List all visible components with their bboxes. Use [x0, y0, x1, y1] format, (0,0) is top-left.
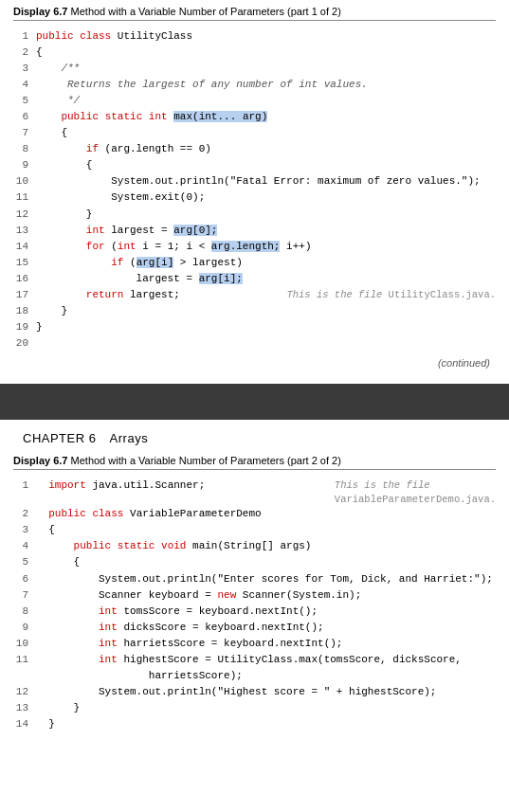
chapter-title: Arrays — [110, 431, 149, 445]
display2-label: Display 6.7 — [13, 455, 67, 466]
p2-code-line-13: 13 } — [13, 700, 496, 716]
code-line-3: 3 /** — [13, 61, 496, 77]
p2-code-5: { — [36, 554, 496, 570]
ln20: 20 — [13, 335, 36, 352]
p2-ln10: 10 — [13, 636, 36, 652]
code-line-20: 20 — [13, 335, 496, 352]
ln17: 17 — [13, 287, 36, 303]
ln7: 7 — [13, 125, 36, 141]
code-17: return largest; — [36, 287, 286, 303]
code-line-8: 8 if (arg.length == 0) — [13, 141, 496, 157]
code-12: } — [36, 207, 496, 223]
ln12: 12 — [13, 207, 36, 223]
p2-code-line-2: 2 public class VariableParameterDemo — [13, 506, 496, 522]
ln2: 2 — [13, 45, 36, 61]
code-block-part1: 1 public class UtilityClass 2 { 3 /** 4 … — [13, 27, 496, 353]
code-line-17: 17 return largest; This is the file Util… — [13, 287, 496, 303]
code-9: { — [36, 157, 496, 173]
p2-code-line-8: 8 int tomsScore = keyboard.nextInt(); — [13, 604, 496, 620]
code-line-7: 7 { — [13, 125, 496, 141]
p2-ln6: 6 — [13, 571, 36, 587]
code-2: { — [36, 45, 496, 61]
code-line-2: 2 { — [13, 45, 496, 61]
code-line-18: 18 } — [13, 303, 496, 319]
ln5: 5 — [13, 93, 36, 109]
p2-code-line-9: 9 int dicksScore = keyboard.nextInt(); — [13, 620, 496, 636]
code-line-10: 10 System.out.println("Fatal Error: maxi… — [13, 173, 496, 189]
p2-code-10: int harrietsScore = keyboard.nextInt(); — [36, 636, 496, 652]
display2-header: Display 6.7 Method with a Variable Numbe… — [13, 455, 496, 470]
ln4: 4 — [13, 77, 36, 93]
p2-code-line-14: 14 } — [13, 716, 496, 732]
code-11: System.exit(0); — [36, 189, 496, 206]
part1-section: Display 6.7 Method with a Variable Numbe… — [0, 0, 509, 370]
code-16: largest = arg[i]; — [36, 271, 496, 287]
p2-code-line-3: 3 { — [13, 522, 496, 538]
ln1: 1 — [13, 28, 36, 45]
code-block-part2: 1 import java.util.Scanner; This is the … — [13, 476, 496, 734]
p2-ln3: 3 — [13, 522, 36, 538]
p2-code-11b: harrietsScore); — [36, 668, 496, 684]
ln16: 16 — [13, 271, 36, 287]
p2-code-line-10: 10 int harrietsScore = keyboard.nextInt(… — [13, 636, 496, 652]
ln15: 15 — [13, 255, 36, 271]
ln18: 18 — [13, 303, 36, 319]
p2-code-14: } — [36, 716, 496, 732]
p2-code-6: System.out.println("Enter scores for Tom… — [36, 571, 496, 587]
p2-code-11: int highestScore = UtilityClass.max(toms… — [36, 652, 496, 668]
p2-code-8: int tomsScore = keyboard.nextInt(); — [36, 604, 496, 620]
p2-code-2: public class VariableParameterDemo — [36, 506, 496, 522]
display2-title: Method with a Variable Number of Paramet… — [71, 455, 341, 466]
p2-code-3: { — [36, 522, 496, 538]
p2-code-line-4: 4 public static void main(String[] args) — [13, 538, 496, 554]
p2-code-line-6: 6 System.out.println("Enter scores for T… — [13, 571, 496, 587]
p2-code-line-11b: harrietsScore); — [13, 668, 496, 684]
code-line-13: 13 int largest = arg[0]; — [13, 223, 496, 239]
code-line-14: 14 for (int i = 1; i < arg.length; i++) — [13, 239, 496, 255]
chapter-label: CHAPTER 6 — [23, 431, 100, 445]
code-line-5: 5 */ — [13, 93, 496, 109]
file-note-part2: This is the fileVariableParameterDemo.ja… — [335, 478, 496, 506]
ln3: 3 — [13, 61, 36, 77]
code-14: for (int i = 1; i < arg.length; i++) — [36, 239, 496, 255]
p2-code-12: System.out.println("Highest score = " + … — [36, 684, 496, 700]
p2-code-line-1: 1 import java.util.Scanner; This is the … — [13, 478, 496, 506]
p2-code-1: import java.util.Scanner; — [36, 478, 318, 494]
dark-divider — [0, 384, 509, 420]
p2-ln2: 2 — [13, 506, 36, 522]
display1-header: Display 6.7 Method with a Variable Numbe… — [13, 6, 496, 21]
code-4: Returns the largest of any number of int… — [36, 77, 496, 93]
code-8: if (arg.length == 0) — [36, 141, 496, 157]
code-line-9: 9 { — [13, 157, 496, 173]
p2-ln13: 13 — [13, 700, 36, 716]
p2-code-4: public static void main(String[] args) — [36, 538, 496, 554]
p2-ln9: 9 — [13, 620, 36, 636]
p2-code-9: int dicksScore = keyboard.nextInt(); — [36, 620, 496, 636]
display1-label: Display 6.7 — [13, 6, 67, 17]
code-10: System.out.println("Fatal Error: maximum… — [36, 173, 496, 189]
ln8: 8 — [13, 141, 36, 157]
part2-section: Display 6.7 Method with a Variable Numbe… — [0, 449, 509, 736]
code-line-15: 15 if (arg[i] > largest) — [13, 255, 496, 271]
p2-code-line-7: 7 Scanner keyboard = new Scanner(System.… — [13, 587, 496, 604]
code-1: public class UtilityClass — [36, 28, 496, 45]
code-18: } — [36, 303, 496, 319]
code-13: int largest = arg[0]; — [36, 223, 496, 239]
code-7: { — [36, 125, 496, 141]
p2-code-7: Scanner keyboard = new Scanner(System.in… — [36, 587, 496, 604]
ln19: 19 — [13, 319, 36, 335]
continued-label: (continued) — [13, 357, 496, 369]
code-line-1: 1 public class UtilityClass — [13, 28, 496, 45]
code-line-12: 12 } — [13, 207, 496, 223]
code-line-6: 6 public static int max(int... arg) — [13, 109, 496, 125]
chapter-header: CHAPTER 6 Arrays — [0, 420, 509, 449]
p2-code-line-12: 12 System.out.println("Highest score = "… — [13, 684, 496, 700]
ln13: 13 — [13, 223, 36, 239]
code-5: */ — [36, 93, 496, 109]
p2-code-line-11: 11 int highestScore = UtilityClass.max(t… — [13, 652, 496, 668]
file-note-part1: This is the file UtilityClass.java. — [286, 287, 496, 302]
code-6: public static int max(int... arg) — [36, 109, 496, 125]
code-3: /** — [36, 61, 496, 77]
p2-ln4: 4 — [13, 538, 36, 554]
ln14: 14 — [13, 239, 36, 255]
